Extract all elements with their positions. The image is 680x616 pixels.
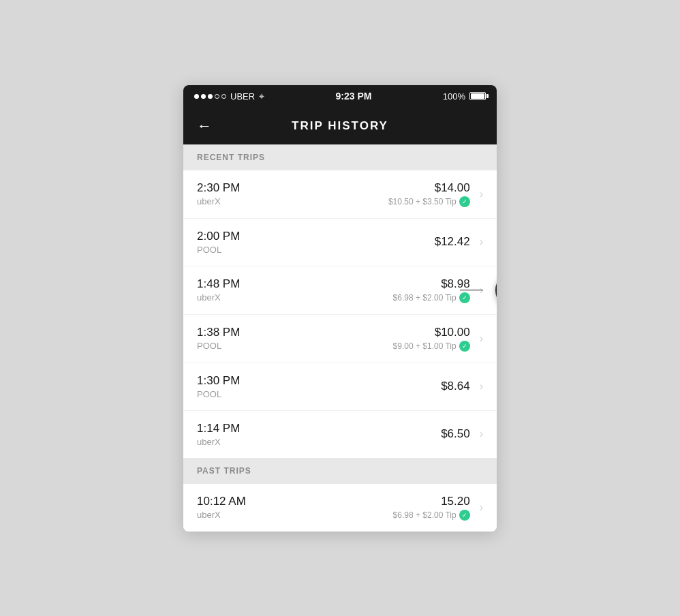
trip-price: $8.64 (441, 380, 470, 393)
trip-price: $10.00 (393, 326, 470, 339)
trip-price-block: $6.50 (441, 427, 470, 441)
battery-icon (469, 92, 486, 100)
trip-left: 1:30 PM POOL (197, 374, 441, 399)
recent-trips-list: 2:30 PM uberX $14.00 $10.50 + $3.50 Tip … (183, 170, 497, 458)
trip-right: $6.50 › (441, 427, 483, 441)
chevron-right-icon: › (480, 236, 483, 248)
tip-check-icon: ✓ (459, 196, 470, 207)
trip-right: 15.20 $6.98 + $2.00 Tip ✓ › (393, 495, 483, 521)
trip-price-block: $8.98 $6.98 + $2.00 Tip ✓ (393, 277, 470, 303)
phone-frame: UBER ⌖ 9:23 PM 100% ← TRIP HISTORY RECEN… (183, 85, 497, 532)
signal-dot-2 (201, 94, 206, 99)
signal-dots (194, 94, 226, 99)
trip-type: uberX (197, 437, 441, 447)
tip-check-icon: ✓ (459, 510, 470, 521)
back-button[interactable]: ← (197, 117, 212, 135)
trip-time: 2:00 PM (197, 230, 435, 243)
breakdown-text: $6.98 + $2.00 Tip (393, 510, 457, 520)
trip-type: uberX (197, 510, 393, 520)
chevron-right-icon: › (480, 380, 483, 392)
tip-check-icon: ✓ (459, 292, 470, 303)
carrier-name: UBER (230, 91, 255, 102)
page-title: TRIP HISTORY (292, 119, 388, 133)
breakdown-text: $9.00 + $1.00 Tip (393, 341, 457, 351)
signal-dot-3 (208, 94, 213, 99)
trip-right: $12.42 › (435, 235, 483, 249)
trip-left: 1:48 PM uberX (197, 277, 393, 303)
chevron-right-icon: › (480, 502, 483, 514)
signal-dot-4 (215, 94, 219, 99)
trip-left: 1:14 PM uberX (197, 422, 441, 447)
trip-time: 1:48 PM (197, 277, 393, 291)
trip-item[interactable]: 1:38 PM POOL $10.00 $9.00 + $1.00 Tip ✓ … (183, 315, 497, 363)
trip-type: POOL (197, 389, 441, 399)
tip-check-icon: ✓ (459, 341, 470, 352)
trip-price: $6.50 (441, 427, 470, 441)
recent-trips-header: RECENT TRIPS (183, 144, 497, 170)
chevron-right-icon: › (480, 188, 483, 200)
dollar-badge: $ (495, 271, 497, 309)
trip-breakdown: $6.98 + $2.00 Tip ✓ (393, 292, 470, 303)
trip-price-block: $14.00 $10.50 + $3.50 Tip ✓ (388, 181, 470, 207)
trip-time: 1:30 PM (197, 374, 441, 388)
trip-item[interactable]: 1:30 PM POOL $8.64 › (183, 363, 497, 411)
trip-type: uberX (197, 196, 388, 206)
signal-dot-1 (194, 94, 199, 99)
trip-right: $8.64 › (441, 380, 483, 393)
trip-item-highlighted[interactable]: 1:48 PM uberX $8.98 $6.98 + $2.00 Tip ✓ … (183, 266, 497, 315)
trip-price: $14.00 (388, 181, 470, 195)
content: RECENT TRIPS 2:30 PM uberX $14.00 $10.50… (183, 144, 497, 532)
past-trips-list: 10:12 AM uberX 15.20 $6.98 + $2.00 Tip ✓… (183, 484, 497, 532)
trip-price-block: $12.42 (435, 235, 470, 249)
trip-breakdown: $10.50 + $3.50 Tip ✓ (388, 196, 470, 207)
chevron-right-icon: › (480, 333, 483, 345)
chevron-right-icon: › (480, 428, 483, 440)
battery-percent: 100% (443, 91, 465, 102)
trip-time: 2:30 PM (197, 181, 388, 195)
connector-line (460, 290, 483, 291)
trip-price: 15.20 (393, 495, 470, 508)
trip-price-block: $10.00 $9.00 + $1.00 Tip ✓ (393, 326, 470, 352)
trip-price-block: 15.20 $6.98 + $2.00 Tip ✓ (393, 495, 470, 521)
trip-time: 10:12 AM (197, 495, 393, 508)
trip-time: 1:14 PM (197, 422, 441, 435)
trip-breakdown: $9.00 + $1.00 Tip ✓ (393, 341, 470, 352)
battery-fill (471, 93, 484, 99)
trip-left: 2:00 PM POOL (197, 230, 435, 255)
trip-item[interactable]: 2:00 PM POOL $12.42 › (183, 219, 497, 266)
trip-type: uberX (197, 292, 393, 303)
past-trips-header: PAST TRIPS (183, 458, 497, 484)
trip-price: $8.98 (393, 277, 470, 291)
trip-breakdown: $6.98 + $2.00 Tip ✓ (393, 510, 470, 521)
trip-type: POOL (197, 341, 393, 351)
trip-item[interactable]: 10:12 AM uberX 15.20 $6.98 + $2.00 Tip ✓… (183, 484, 497, 532)
trip-left: 10:12 AM uberX (197, 495, 393, 520)
status-left: UBER ⌖ (194, 91, 264, 102)
status-time: 9:23 PM (335, 91, 371, 102)
status-right: 100% (443, 91, 486, 102)
trip-left: 1:38 PM POOL (197, 326, 393, 351)
trip-price-block: $8.64 (441, 380, 470, 393)
trip-item[interactable]: 2:30 PM uberX $14.00 $10.50 + $3.50 Tip … (183, 170, 497, 219)
trip-type: POOL (197, 245, 435, 255)
signal-dot-5 (221, 94, 226, 99)
trip-time: 1:38 PM (197, 326, 393, 339)
trip-right: $14.00 $10.50 + $3.50 Tip ✓ › (388, 181, 483, 207)
breakdown-text: $10.50 + $3.50 Tip (388, 197, 457, 206)
trip-item[interactable]: 1:14 PM uberX $6.50 › (183, 411, 497, 458)
app-header: ← TRIP HISTORY (183, 108, 497, 144)
trip-left: 2:30 PM uberX (197, 181, 388, 206)
trip-right: $10.00 $9.00 + $1.00 Tip ✓ › (393, 326, 483, 352)
trip-price: $12.42 (435, 235, 470, 249)
status-bar: UBER ⌖ 9:23 PM 100% (183, 85, 497, 108)
wifi-icon: ⌖ (259, 91, 264, 102)
breakdown-text: $6.98 + $2.00 Tip (393, 293, 457, 303)
